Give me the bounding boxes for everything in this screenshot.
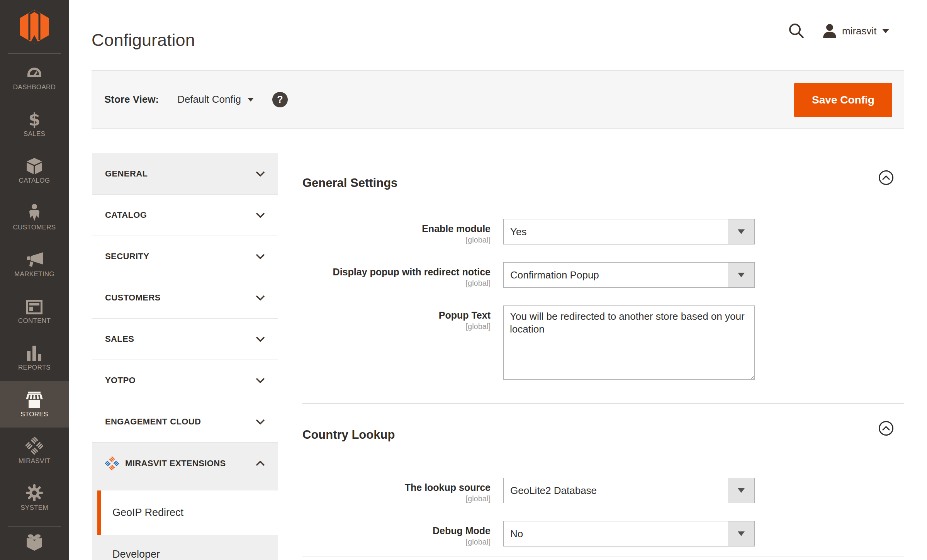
select-arrow-icon xyxy=(728,521,754,546)
collapse-country-lookup-button[interactable] xyxy=(879,421,893,436)
display-popup-select[interactable]: Confirmation Popup xyxy=(503,262,755,288)
select-value: Confirmation Popup xyxy=(510,269,599,281)
field-row-display-popup: Display popup with redirect notice [glob… xyxy=(302,262,904,288)
select-value: Yes xyxy=(510,226,526,238)
enable-module-select[interactable]: Yes xyxy=(503,219,755,244)
section-divider xyxy=(302,403,904,404)
field-scope: [global] xyxy=(302,494,491,503)
search-button[interactable] xyxy=(787,22,806,40)
config-nav-yotpo[interactable]: YOTPO xyxy=(92,360,278,401)
chevron-down-icon xyxy=(882,29,889,33)
select-value: GeoLite2 Database xyxy=(510,485,597,497)
collapse-general-settings-button[interactable] xyxy=(879,170,893,185)
sidebar-item-label: DASHBOARD xyxy=(13,83,56,91)
sidebar-item-sales[interactable]: $ SALES xyxy=(0,100,69,147)
sidebar-item-content[interactable]: CONTENT xyxy=(0,287,69,334)
sidebar-item-label: MARKETING xyxy=(14,270,54,278)
chevron-down-icon xyxy=(256,336,265,342)
field-scope: [global] xyxy=(302,279,491,288)
field-label: The lookup source xyxy=(302,482,491,493)
marketing-icon xyxy=(25,250,43,268)
sidebar-item-label: CUSTOMERS xyxy=(13,224,56,231)
store-view-label: Store View: xyxy=(104,93,159,105)
admin-sidebar: DASHBOARD $ SALES CATALOG CUSTOMERS MARK… xyxy=(0,0,69,560)
mirasvit-extensions-subsection: GeoIP Redirect Developer xyxy=(92,484,278,560)
help-button[interactable]: ? xyxy=(272,92,288,107)
field-row-popup-text: Popup Text [global] You will be redirect… xyxy=(302,305,904,381)
field-label: Display popup with redirect notice xyxy=(302,266,491,278)
chevron-down-icon xyxy=(256,295,265,300)
sidebar-item-label: SYSTEM xyxy=(20,504,48,512)
chevron-down-icon xyxy=(256,419,265,424)
sidebar-item-dashboard[interactable]: DASHBOARD xyxy=(0,54,69,100)
field-label: Popup Text xyxy=(302,309,491,321)
config-nav-security[interactable]: SECURITY xyxy=(92,236,278,277)
sidebar-item-label: REPORTS xyxy=(18,364,51,372)
sidebar-divider xyxy=(8,526,61,527)
sidebar-item-mirasvit[interactable]: MIRASVIT xyxy=(0,428,69,474)
config-nav-mirasvit-extensions[interactable]: MIRASVIT EXTENSIONS xyxy=(92,443,278,484)
sidebar-item-label: MIRASVIT xyxy=(19,457,51,465)
search-icon xyxy=(787,22,806,40)
sales-icon: $ xyxy=(29,110,41,127)
select-arrow-icon xyxy=(728,219,754,244)
select-value: No xyxy=(510,528,523,540)
reports-icon xyxy=(27,343,42,361)
user-menu[interactable]: mirasvit xyxy=(823,22,889,40)
magento-logo[interactable] xyxy=(0,0,69,53)
chevron-up-icon xyxy=(882,426,890,431)
config-nav-sales[interactable]: SALES xyxy=(92,319,278,360)
section-divider xyxy=(302,557,904,557)
config-nav-geoip-redirect[interactable]: GeoIP Redirect xyxy=(97,490,278,535)
field-row-enable-module: Enable module [global] Yes xyxy=(302,219,904,244)
field-row-lookup-source: The lookup source [global] GeoLite2 Data… xyxy=(302,478,904,503)
mirasvit-pinwheel-icon xyxy=(105,456,119,470)
sidebar-item-marketing[interactable]: MARKETING xyxy=(0,241,69,287)
config-nav-engagement-cloud[interactable]: ENGAGEMENT CLOUD xyxy=(92,401,278,443)
sidebar-item-customers[interactable]: CUSTOMERS xyxy=(0,194,69,241)
section-title-general-settings: General Settings xyxy=(302,176,397,190)
config-nav-general[interactable]: GENERAL xyxy=(92,153,278,195)
field-label: Enable module xyxy=(302,223,491,234)
system-icon xyxy=(26,484,43,501)
magento-logo-icon xyxy=(20,10,49,44)
select-arrow-icon xyxy=(728,263,754,287)
field-scope: [global] xyxy=(302,236,491,244)
config-section-nav: GENERAL CATALOG SECURITY CUSTOMERS SALES… xyxy=(92,153,278,560)
extensions-brick-icon xyxy=(25,533,44,551)
catalog-icon xyxy=(26,156,43,174)
dashboard-icon xyxy=(25,63,43,81)
stores-icon xyxy=(26,390,43,408)
user-avatar-icon xyxy=(823,24,837,38)
chevron-down-icon xyxy=(256,212,265,218)
debug-mode-select[interactable]: No xyxy=(503,521,755,546)
chevron-down-icon xyxy=(256,378,265,383)
config-nav-customers[interactable]: CUSTOMERS xyxy=(92,277,278,319)
field-scope: [global] xyxy=(302,538,491,546)
chevron-down-icon xyxy=(256,254,265,259)
sidebar-item-reports[interactable]: REPORTS xyxy=(0,334,69,381)
sidebar-item-label: CONTENT xyxy=(18,317,51,325)
sidebar-item-label: STORES xyxy=(20,411,48,418)
sidebar-item-stores[interactable]: STORES xyxy=(0,381,69,428)
general-settings-fields: Enable module [global] Yes Display popup… xyxy=(302,219,904,399)
store-view-value: Default Config xyxy=(177,93,241,105)
popup-text-textarea[interactable]: You will be redirected to another store … xyxy=(503,305,755,380)
chevron-up-icon xyxy=(882,175,890,180)
field-label: Debug Mode xyxy=(302,525,491,536)
select-arrow-icon xyxy=(728,478,754,503)
sidebar-item-extensions[interactable] xyxy=(0,533,69,551)
sidebar-item-catalog[interactable]: CATALOG xyxy=(0,147,69,194)
sidebar-item-label: CATALOG xyxy=(19,177,50,185)
page-title: Configuration xyxy=(92,30,195,50)
store-view-switcher[interactable]: Default Config xyxy=(177,93,254,105)
chevron-up-icon xyxy=(256,461,265,466)
sidebar-item-system[interactable]: SYSTEM xyxy=(0,474,69,521)
save-config-button[interactable]: Save Config xyxy=(794,83,892,117)
lookup-source-select[interactable]: GeoLite2 Database xyxy=(503,478,755,503)
config-nav-catalog[interactable]: CATALOG xyxy=(92,195,278,236)
sidebar-item-label: SALES xyxy=(24,130,45,138)
section-title-country-lookup: Country Lookup xyxy=(302,428,395,442)
config-nav-developer[interactable]: Developer xyxy=(97,535,278,560)
chevron-down-icon xyxy=(248,98,254,102)
